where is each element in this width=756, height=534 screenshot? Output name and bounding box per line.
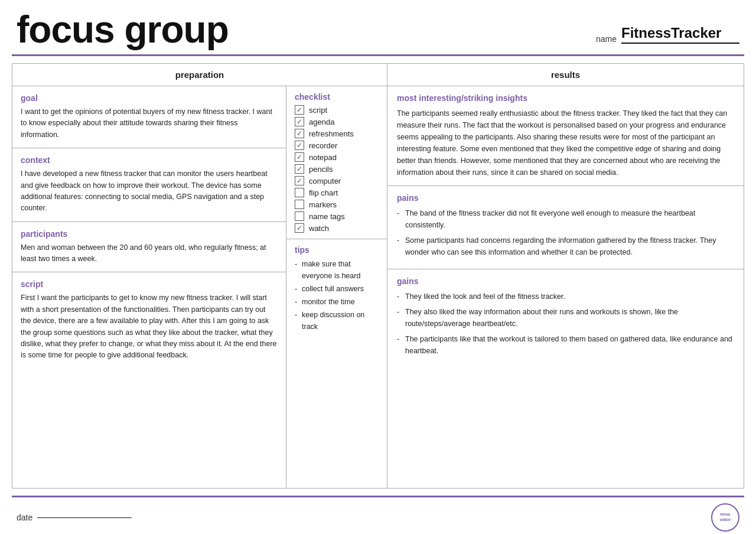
tips-title: tips [295, 245, 379, 255]
checkbox-notepad [295, 152, 304, 162]
checklist-label-agenda: agenda [309, 118, 334, 126]
checkbox-flipchart [295, 188, 304, 197]
name-label: name [596, 34, 617, 44]
checkbox-recorder [295, 141, 304, 150]
checklist-item-agenda: agenda [295, 117, 379, 126]
script-label: script [21, 279, 278, 289]
script-cell: script First I want the participants to … [12, 272, 286, 488]
goal-label: goal [21, 93, 278, 103]
tips-item-1: make sure that everyone is heard [295, 258, 379, 282]
checkbox-nametags [295, 211, 304, 221]
checklist-label-recorder: recorder [309, 141, 337, 150]
checklist-item-nametags: name tags [295, 211, 379, 221]
left-main: goal I want to get the opinions of poten… [12, 86, 286, 488]
gains-item-3: The participants like that the workout i… [397, 333, 734, 357]
checklist-label-watch: watch [309, 224, 329, 233]
date-area: date [17, 513, 132, 522]
pains-label: pains [397, 193, 734, 203]
checklist-label-flipchart: flip chart [309, 188, 338, 197]
checkbox-refreshments [295, 129, 304, 138]
checkbox-watch [295, 223, 304, 233]
insights-label: most interesting/striking insights [397, 93, 734, 103]
checklist-item-computer: computer [295, 176, 379, 185]
tips-item-3: monitor the time [295, 296, 379, 308]
script-text: First I want the participants to get to … [21, 292, 278, 361]
checklist-item-notepad: notepad [295, 152, 379, 162]
gains-item-1: They liked the look and feel of the fitn… [397, 291, 734, 302]
participants-cell: participants Men and woman between the 2… [12, 222, 286, 273]
checklist-label-computer: computer [309, 177, 341, 185]
checklist-item-watch: watch [295, 223, 379, 233]
results-header: results [387, 64, 744, 86]
checklist-label-script: script [309, 106, 327, 115]
pains-section: pains The band of the fitness tracker di… [387, 186, 744, 269]
checklist-label-notepad: notepad [309, 153, 337, 162]
checklist-item-refreshments: refreshments [295, 129, 379, 138]
checkbox-computer [295, 176, 304, 185]
logo-text-bottom: valor [719, 517, 731, 523]
header: focus group name FitnessTracker [0, 0, 756, 54]
checklist-label-nametags: name tags [309, 212, 345, 221]
goal-cell: goal I want to get the opinions of poten… [12, 86, 286, 148]
gains-section: gains They liked the look and feel of th… [387, 269, 744, 488]
checklist-item-pencils: pencils [295, 164, 379, 174]
checklist-label-pencils: pencils [309, 165, 333, 174]
pains-list: The band of the fitness tracker did not … [397, 207, 734, 258]
results-panel: results most interesting/striking insigh… [387, 64, 744, 488]
checkbox-agenda [295, 117, 304, 126]
innovalor-logo: inno valor [711, 503, 739, 532]
checklist-label-markers: markers [309, 200, 337, 209]
context-cell: context I have developed a new fitness t… [12, 148, 286, 222]
pains-item-1: The band of the fitness tracker did not … [397, 207, 734, 231]
participants-label: participants [21, 229, 278, 239]
participants-text: Men and woman between the 20 and 60 year… [21, 242, 278, 265]
purple-divider [12, 54, 744, 56]
gains-item-2: They also liked the way information abou… [397, 306, 734, 330]
insights-section: most interesting/striking insights The p… [387, 86, 744, 186]
tips-item-4: keep discussion on track [295, 309, 379, 333]
name-area: name FitnessTracker [596, 25, 739, 48]
checkbox-script [295, 105, 304, 115]
tips-item-2: collect full answers [295, 283, 379, 295]
tips-section: tips make sure that everyone is heard co… [286, 239, 387, 340]
pains-item-2: Some participants had concerns regarding… [397, 235, 734, 258]
goal-text: I want to get the opinions of potential … [21, 106, 278, 141]
checklist-item-flipchart: flip chart [295, 188, 379, 197]
page-title: focus group [17, 11, 229, 48]
date-line [37, 517, 132, 518]
insights-text: The participants seemed really enthusias… [397, 108, 734, 178]
footer: date inno valor [0, 497, 756, 534]
checklist-label-refreshments: refreshments [309, 129, 354, 138]
preparation-panel: preparation goal I want to get the opini… [12, 64, 387, 488]
checklist-item-script: script [295, 105, 379, 115]
checklist-section: checklist script agenda refreshments [286, 86, 387, 239]
checklist-item-markers: markers [295, 200, 379, 209]
left-content: goal I want to get the opinions of poten… [12, 86, 387, 488]
context-text: I have developed a new fitness tracker t… [21, 168, 278, 214]
main-container: preparation goal I want to get the opini… [12, 63, 744, 489]
context-label: context [21, 155, 278, 165]
gains-list: They liked the look and feel of the fitn… [397, 291, 734, 357]
gains-label: gains [397, 276, 734, 286]
name-value: FitnessTracker [621, 25, 739, 44]
date-label: date [17, 513, 32, 522]
checkbox-markers [295, 200, 304, 209]
preparation-header: preparation [12, 64, 387, 86]
checklist-tips-col: checklist script agenda refreshments [286, 86, 387, 488]
checklist-item-recorder: recorder [295, 141, 379, 150]
checklist-title: checklist [295, 92, 379, 102]
tips-list: make sure that everyone is heard collect… [295, 258, 379, 333]
checkbox-pencils [295, 164, 304, 174]
